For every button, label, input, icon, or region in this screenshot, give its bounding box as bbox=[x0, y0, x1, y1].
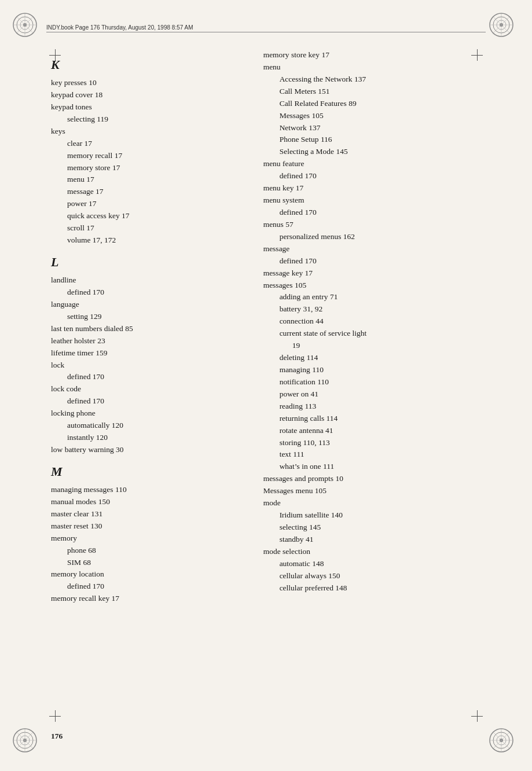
entry-power-on-41: power on 41 bbox=[280, 388, 481, 401]
entry-selecting-mode: Selecting a Mode 145 bbox=[280, 146, 481, 158]
entry-call-meters: Call Meters 151 bbox=[280, 86, 481, 98]
entry-lifetime-timer: lifetime timer 159 bbox=[51, 347, 246, 359]
entry-text-111: text 111 bbox=[280, 449, 481, 461]
section-l-letter: L bbox=[51, 252, 246, 272]
entry-quick-access-key-17: quick access key 17 bbox=[67, 210, 246, 222]
entry-accessing-network: Accessing the Network 137 bbox=[280, 74, 481, 86]
corner-ornament-br bbox=[487, 726, 522, 761]
entry-message-key-17: message key 17 bbox=[263, 267, 481, 280]
entry-cellular-preferred: cellular preferred 148 bbox=[280, 582, 481, 594]
entry-storing: storing 110, 113 bbox=[280, 437, 481, 449]
entry-volume-17: volume 17, 172 bbox=[67, 234, 246, 247]
entry-landline: landline bbox=[51, 274, 246, 287]
entry-selecting-145: selecting 145 bbox=[280, 522, 481, 534]
entry-manual-modes: manual modes 150 bbox=[51, 496, 246, 508]
entry-memory-location: memory location bbox=[51, 568, 246, 581]
page: INDY.book Page 176 Thursday, August 20, … bbox=[0, 0, 532, 771]
entry-menus-57: menus 57 bbox=[263, 219, 481, 231]
entry-key-presses: key presses 10 bbox=[51, 77, 246, 89]
entry-current-state-19: 19 bbox=[292, 340, 481, 352]
entry-memory-recall-key: memory recall key 17 bbox=[51, 593, 246, 605]
entry-memory-location-defined: defined 170 bbox=[67, 581, 246, 593]
entry-keypad-tones: keypad tones bbox=[51, 101, 246, 113]
entry-battery-31: battery 31, 92 bbox=[280, 303, 481, 315]
section-m-letter: M bbox=[51, 462, 246, 482]
entry-network-137: Network 137 bbox=[280, 122, 481, 134]
entry-instantly: instantly 120 bbox=[67, 432, 246, 444]
entry-managing-messages: managing messages 110 bbox=[51, 484, 246, 496]
entry-phone-setup: Phone Setup 116 bbox=[280, 134, 481, 146]
entry-selecting-119: selecting 119 bbox=[67, 113, 246, 126]
entry-rotate-antenna: rotate antenna 41 bbox=[280, 425, 481, 437]
entry-connection-44: connection 44 bbox=[280, 315, 481, 328]
entry-whats-in-one: what’s in one 111 bbox=[280, 461, 481, 473]
entry-standby-41: standby 41 bbox=[280, 534, 481, 546]
entry-personalized-menus: personalized menus 162 bbox=[280, 231, 481, 243]
entry-last-ten-numbers: last ten numbers dialed 85 bbox=[51, 323, 246, 335]
entry-low-battery: low battery warning 30 bbox=[51, 444, 246, 456]
entry-master-reset: master reset 130 bbox=[51, 520, 246, 533]
entry-power-17: power 17 bbox=[67, 198, 246, 210]
entry-memory-store-17: memory store 17 bbox=[67, 162, 246, 174]
entry-current-state: current state of service light bbox=[280, 328, 481, 340]
corner-ornament-tl bbox=[10, 10, 45, 45]
entry-language-setting: setting 129 bbox=[67, 311, 246, 323]
entry-menu-feature-defined: defined 170 bbox=[280, 170, 481, 182]
entry-managing-110: managing 110 bbox=[280, 364, 481, 376]
entry-messages-105: Messages 105 bbox=[280, 110, 481, 122]
header-text: INDY.book Page 176 Thursday, August 20, … bbox=[46, 24, 193, 31]
content-area: K key presses 10 keypad cover 18 keypad … bbox=[51, 49, 481, 722]
header-bar: INDY.book Page 176 Thursday, August 20, … bbox=[46, 24, 486, 32]
entry-menu-feature: menu feature bbox=[263, 158, 481, 170]
entry-adding-entry: adding an entry 71 bbox=[280, 291, 481, 303]
entry-iridium-satellite: Iridium satellite 140 bbox=[280, 509, 481, 522]
entry-messages-menu: Messages menu 105 bbox=[263, 485, 481, 497]
entry-lock: lock bbox=[51, 359, 246, 372]
entry-messages-and-prompts: messages and prompts 10 bbox=[263, 473, 481, 485]
entry-cellular-always: cellular always 150 bbox=[280, 570, 481, 582]
entry-menu-key-17: menu key 17 bbox=[263, 182, 481, 194]
entry-returning-calls: returning calls 114 bbox=[280, 413, 481, 425]
entry-automatic-148: automatic 148 bbox=[280, 558, 481, 570]
entry-memory-store-key: memory store key 17 bbox=[263, 49, 481, 61]
corner-ornament-tr bbox=[487, 10, 522, 45]
corner-ornament-bl bbox=[10, 726, 45, 761]
entry-menu-system-defined: defined 170 bbox=[280, 207, 481, 219]
entry-notification-110: notification 110 bbox=[280, 376, 481, 388]
page-number: 176 bbox=[51, 732, 63, 741]
entry-lock-defined: defined 170 bbox=[67, 371, 246, 383]
entry-master-clear: master clear 131 bbox=[51, 508, 246, 520]
entry-automatically: automatically 120 bbox=[67, 420, 246, 432]
entry-keypad-cover: keypad cover 18 bbox=[51, 89, 246, 101]
entry-deleting-114: deleting 114 bbox=[280, 352, 481, 364]
entry-phone-68: phone 68 bbox=[67, 545, 246, 557]
entry-messages-105-main: messages 105 bbox=[263, 280, 481, 292]
entry-memory-recall-17: memory recall 17 bbox=[67, 150, 246, 162]
entry-call-related: Call Related Features 89 bbox=[280, 98, 481, 110]
left-column: K key presses 10 keypad cover 18 keypad … bbox=[51, 49, 258, 722]
entry-lock-code: lock code bbox=[51, 383, 246, 395]
entry-lock-code-defined: defined 170 bbox=[67, 395, 246, 407]
entry-scroll-17: scroll 17 bbox=[67, 222, 246, 234]
entry-message: message bbox=[263, 243, 481, 255]
entry-menu-17: menu 17 bbox=[67, 174, 246, 186]
entry-keys: keys bbox=[51, 126, 246, 138]
entry-message-17: message 17 bbox=[67, 186, 246, 198]
entry-message-defined: defined 170 bbox=[280, 255, 481, 267]
section-k-letter: K bbox=[51, 55, 246, 75]
entry-mode: mode bbox=[263, 497, 481, 509]
entry-clear-17: clear 17 bbox=[67, 138, 246, 150]
entry-menu-system: menu system bbox=[263, 194, 481, 207]
entry-memory: memory bbox=[51, 533, 246, 545]
entry-menu: menu bbox=[263, 61, 481, 74]
entry-sim-68: SIM 68 bbox=[67, 557, 246, 569]
entry-language: language bbox=[51, 299, 246, 311]
entry-leather-holster: leather holster 23 bbox=[51, 335, 246, 347]
entry-mode-selection: mode selection bbox=[263, 546, 481, 558]
entry-locking-phone: locking phone bbox=[51, 407, 246, 420]
entry-reading-113: reading 113 bbox=[280, 401, 481, 413]
entry-landline-defined: defined 170 bbox=[67, 287, 246, 299]
right-column: memory store key 17 menu Accessing the N… bbox=[258, 49, 481, 722]
